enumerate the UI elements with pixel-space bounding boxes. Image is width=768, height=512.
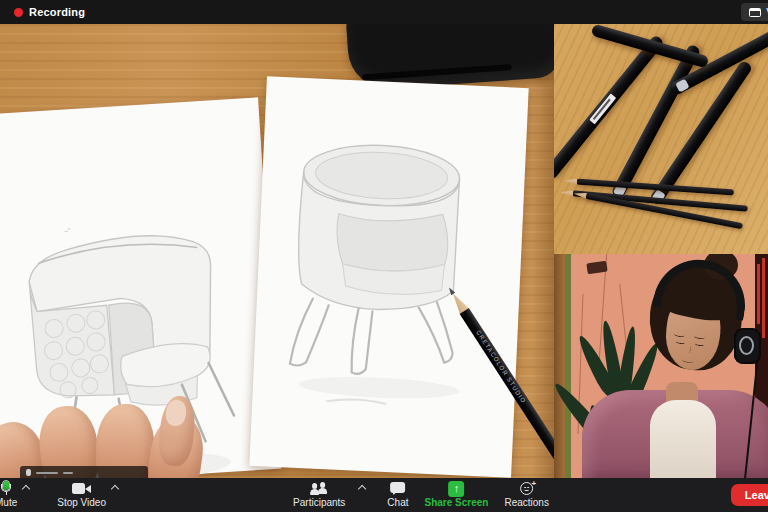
reactions-button[interactable]: + Reactions — [500, 478, 552, 512]
leave-label: Leave — [745, 489, 768, 501]
video-stage: ~" — [0, 24, 768, 478]
chat-button[interactable]: Chat — [383, 478, 412, 512]
video-chevron-up-icon[interactable] — [111, 485, 119, 493]
stop-video-button[interactable]: Stop Video — [53, 478, 110, 512]
chat-label: Chat — [387, 497, 408, 508]
recording-label: Recording — [29, 6, 85, 18]
barrel-chair-sketch — [266, 115, 509, 425]
recording-indicator: Recording — [14, 6, 85, 18]
meeting-top-bar: Recording View — [0, 0, 768, 24]
white-turtleneck — [650, 400, 716, 478]
main-video-tile[interactable]: ~" — [0, 24, 554, 478]
label-text-blur — [36, 472, 58, 474]
participants-icon — [310, 482, 328, 495]
participants-button[interactable]: Participants — [289, 478, 349, 512]
pencil-lead — [447, 286, 456, 295]
sketch-paper-right — [249, 76, 528, 477]
participants-label: Participants — [293, 497, 345, 508]
reactions-label: Reactions — [504, 497, 548, 508]
chat-bubble-icon — [390, 482, 405, 495]
view-button[interactable]: View — [741, 3, 768, 21]
reactions-smiley-icon: + — [520, 482, 533, 495]
zoom-meeting-window: Recording View ~" — [0, 0, 768, 512]
view-grid-icon — [749, 8, 761, 17]
participant-name-label — [20, 466, 148, 478]
meeting-toolbar: Mute Stop Video Participants — [0, 478, 768, 512]
participants-chevron-up-icon[interactable] — [358, 485, 366, 493]
earcup-ring — [739, 336, 754, 355]
headphones-earcup — [734, 328, 761, 364]
mic-status-icon — [26, 469, 31, 476]
share-screen-button[interactable]: ↑ Share Screen — [420, 478, 492, 512]
mute-button[interactable]: Mute — [0, 478, 21, 512]
presenter-video-tile[interactable] — [554, 254, 768, 478]
recording-dot-icon — [14, 8, 23, 17]
mute-chevron-up-icon[interactable] — [22, 485, 30, 493]
mute-label: Mute — [0, 497, 17, 508]
share-screen-label: Share Screen — [424, 497, 488, 508]
label-text-blur — [63, 472, 73, 474]
pens-video-tile[interactable] — [554, 24, 768, 254]
microphone-icon — [0, 481, 13, 496]
leave-button[interactable]: Leave — [731, 484, 768, 506]
video-camera-icon — [72, 483, 91, 494]
share-screen-icon: ↑ — [448, 481, 464, 497]
wood-beam — [554, 254, 565, 478]
stop-video-label: Stop Video — [57, 497, 106, 508]
frame-edge — [565, 254, 571, 478]
